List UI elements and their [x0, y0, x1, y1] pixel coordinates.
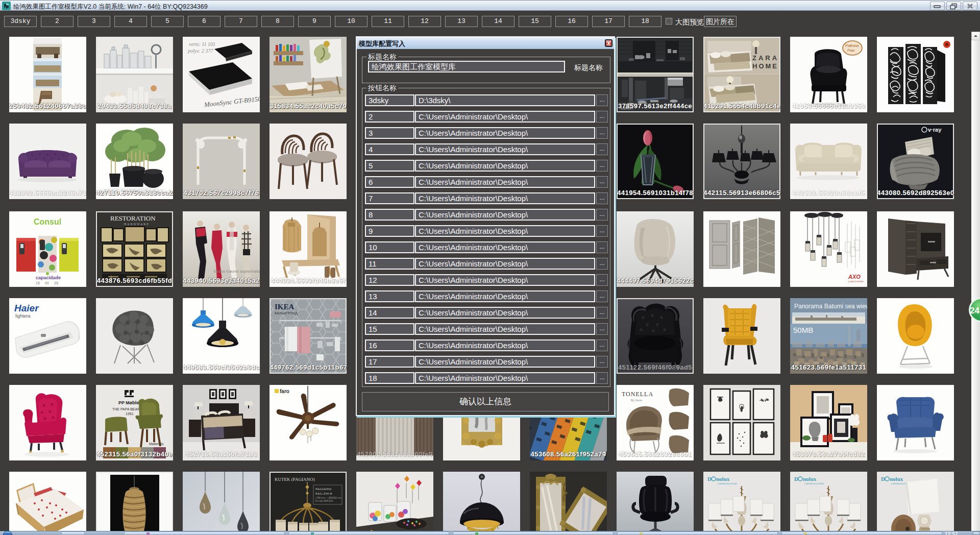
svg-text:RESTORATION: RESTORATION	[110, 214, 156, 222]
svg-text:v·ray: v·ray	[928, 127, 942, 133]
svg-text:LIGHTING SOLUTIONS: LIGHTING SOLUTIONS	[718, 483, 737, 485]
svg-text:capacidade: capacidade	[36, 275, 61, 280]
svg-text:Sasha Gaurer suprematism: Sasha Gaurer suprematism	[213, 269, 260, 274]
svg-text:D: D	[881, 476, 885, 482]
svg-text:D: D	[707, 476, 712, 482]
svg-text:FAG-ZW-8: FAG-ZW-8	[315, 492, 332, 496]
svg-text:faro: faro	[280, 388, 289, 394]
svg-text:AXO: AXO	[848, 274, 861, 280]
svg-text:Panorama Batumi sea wiew: Panorama Batumi sea wiew	[794, 303, 867, 310]
svg-text:verts: 11 101: verts: 11 101	[189, 41, 215, 47]
svg-text:nolux: nolux	[716, 476, 730, 482]
svg-text:L780 mm — 850/600 mm: L780 mm — 850/600 mm	[315, 497, 341, 499]
svg-text:D: D	[794, 476, 798, 482]
svg-text:TONELLA: TONELLA	[622, 391, 653, 398]
svg-text:nolux: nolux	[803, 476, 817, 482]
svg-text:50MB: 50MB	[793, 326, 813, 334]
svg-text:HARDWARE: HARDWARE	[124, 223, 150, 226]
svg-text:ZARA: ZARA	[752, 54, 779, 62]
svg-text:Consul: Consul	[34, 217, 61, 226]
svg-text:HOME: HOME	[752, 62, 778, 70]
svg-text:lightera: lightera	[15, 313, 31, 319]
svg-text:00: 00	[45, 281, 49, 285]
svg-text:25: 25	[54, 281, 58, 285]
svg-text:IKEA: IKEA	[275, 303, 295, 311]
svg-text:КАЛЬКГРУНД: КАЛЬКГРУНД	[275, 311, 298, 315]
svg-text:KUTEK (FAGIANO): KUTEK (FAGIANO)	[275, 477, 315, 482]
svg-text:24: 24	[970, 306, 979, 315]
svg-text:PP Møbler: PP Møbler	[118, 400, 141, 405]
svg-text:By Nora: By Nora	[631, 399, 642, 402]
svg-text:1951: 1951	[126, 412, 134, 416]
svg-text:polys: 2 377: polys: 2 377	[187, 48, 213, 54]
svg-text:8x max 40W E14: 8x max 40W E14	[315, 500, 333, 502]
svg-text:Frau: Frau	[847, 48, 855, 52]
svg-text:LIGHT SYSTEM: LIGHT SYSTEM	[848, 280, 863, 283]
svg-text:FAGIANO: FAGIANO	[315, 487, 331, 491]
svg-text:Poltrona: Poltrona	[845, 44, 859, 47]
svg-text:15: 15	[36, 281, 40, 285]
svg-text:Haier: Haier	[14, 303, 39, 313]
svg-text:nolux: nolux	[890, 476, 903, 482]
svg-text:LIGHTING SOLUTIONS: LIGHTING SOLUTIONS	[804, 483, 824, 485]
svg-text:Materials: Materials	[149, 442, 164, 446]
